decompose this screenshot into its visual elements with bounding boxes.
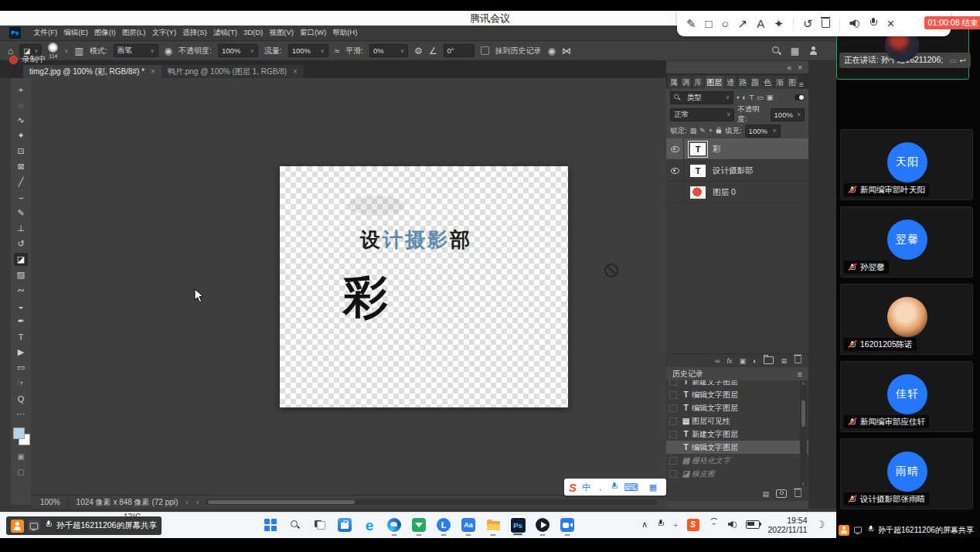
- history-source-checkbox[interactable]: [669, 457, 677, 465]
- zoom-tool[interactable]: Q: [14, 392, 28, 405]
- screen-mode-icon[interactable]: ▢: [14, 465, 28, 479]
- frame-tool[interactable]: ⊠: [14, 160, 28, 173]
- file-explorer-icon[interactable]: [484, 514, 502, 536]
- toggle-brush-panel-icon[interactable]: ▥: [74, 46, 83, 56]
- history-source-checkbox[interactable]: [669, 404, 677, 412]
- history-source-checkbox[interactable]: [669, 417, 677, 425]
- type-tool[interactable]: T: [14, 330, 28, 343]
- filter-type-icon[interactable]: T: [750, 94, 754, 101]
- tab-close-icon[interactable]: ×: [151, 67, 155, 76]
- horizontal-scrollbar[interactable]: [206, 499, 657, 505]
- laser-pointer-icon[interactable]: ✦: [774, 18, 784, 29]
- layer-thumbnail[interactable]: T: [690, 165, 706, 177]
- layer-thumbnail[interactable]: [690, 186, 706, 199]
- canvas-document[interactable]: 设计摄影部 彩: [280, 166, 568, 407]
- opacity-select[interactable]: 100% ∨: [218, 44, 258, 57]
- collapse-panels-icon[interactable]: «: [788, 63, 792, 72]
- history-item[interactable]: ▤ 栅格化文字: [666, 454, 808, 467]
- trash-icon[interactable]: [822, 18, 830, 29]
- fill-select[interactable]: 100% ∨: [745, 124, 781, 138]
- scroll-left-arrow[interactable]: ‹: [196, 498, 199, 506]
- sogou-tray-icon[interactable]: S: [687, 519, 699, 531]
- new-document-from-state-icon[interactable]: ▤: [762, 490, 769, 498]
- layer-row[interactable]: T 设计摄影部: [666, 160, 808, 182]
- angle-field[interactable]: 0°: [444, 44, 475, 57]
- filter-smart-object-icon[interactable]: ▣: [767, 94, 774, 101]
- path-select-tool[interactable]: ▶: [14, 346, 28, 359]
- panel-menu-icon[interactable]: ≡: [799, 80, 808, 89]
- panel-tab[interactable]: 属: [668, 76, 679, 89]
- history-source-checkbox[interactable]: [669, 431, 677, 438]
- tray-mic-icon[interactable]: [656, 518, 665, 532]
- add-mask-icon[interactable]: ▣: [740, 357, 747, 365]
- history-item[interactable]: ▤ 图层可见性: [666, 414, 808, 428]
- screen-share-indicator[interactable]: 孙千超16211206的屏幕共享: [6, 516, 162, 535]
- adjustment-layer-icon[interactable]: ◐: [753, 357, 757, 365]
- tray-ime-tool-icon[interactable]: +: [673, 520, 678, 530]
- history-item[interactable]: T 新建文字图层: [666, 428, 808, 441]
- participant-tile[interactable]: 翌馨 孙翌馨: [840, 206, 973, 278]
- menu-item[interactable]: 选择(S): [179, 28, 210, 38]
- blend-mode-select[interactable]: 正常 ∨: [670, 108, 734, 121]
- history-source-checkbox[interactable]: [669, 470, 677, 478]
- menu-item[interactable]: 图像(I): [91, 28, 119, 38]
- participant-tile[interactable]: 佳轩 新闻编审部应佳轩: [840, 361, 973, 432]
- clock[interactable]: 19:54 2022/11/11: [768, 516, 808, 534]
- scrollbar-thumb[interactable]: [208, 500, 355, 504]
- smoothing-select[interactable]: 0% ∨: [369, 44, 408, 57]
- brush-pressure-icon[interactable]: ◉: [548, 46, 556, 56]
- scroll-down-icon[interactable]: ∨: [801, 481, 805, 486]
- layer-filter-select[interactable]: 类型 ∨: [670, 91, 733, 104]
- clone-stamp-tool[interactable]: ⊥: [14, 222, 28, 235]
- start-button[interactable]: [261, 514, 280, 536]
- toolbox-icon[interactable]: ▦: [649, 483, 657, 492]
- quick-mask-icon[interactable]: ▣: [14, 450, 28, 463]
- filter-shape-icon[interactable]: ▭: [757, 94, 764, 101]
- menu-item[interactable]: 图层(L): [119, 28, 149, 38]
- ellipse-icon[interactable]: ○: [722, 18, 729, 29]
- focus-assist-moon-icon[interactable]: ☽: [816, 519, 825, 530]
- mode-select[interactable]: 画笔 ∨: [114, 44, 158, 57]
- hand-tool[interactable]: ☞: [14, 377, 28, 390]
- speaker-icon[interactable]: [849, 18, 859, 29]
- participant-tile[interactable]: 16201205陈诺: [840, 284, 973, 355]
- more-tools[interactable]: ⋯: [14, 407, 28, 421]
- new-snapshot-camera-icon[interactable]: [776, 489, 787, 499]
- menu-item[interactable]: 3D(D): [240, 28, 266, 38]
- history-menu-icon[interactable]: ≡: [798, 370, 802, 379]
- panel-tab[interactable]: 颜: [750, 76, 761, 89]
- text-annotate-icon[interactable]: A: [757, 18, 764, 29]
- panel-tab[interactable]: 渐: [774, 76, 786, 89]
- sogou-logo-icon[interactable]: S: [569, 481, 577, 494]
- caret-icon[interactable]: ∨: [64, 48, 68, 54]
- layer-visibility-toggle[interactable]: [666, 160, 684, 181]
- toast-minimize-icon[interactable]: ▭: [949, 56, 956, 65]
- layer-visibility-toggle[interactable]: [666, 182, 684, 203]
- toast-back-icon[interactable]: ↩: [960, 56, 966, 65]
- microsoft-store-icon[interactable]: [335, 514, 354, 536]
- panel-tab[interactable]: 调: [680, 76, 692, 89]
- panel-tab[interactable]: 通: [725, 76, 737, 89]
- lock-all-icon[interactable]: [716, 126, 722, 135]
- panel-tab[interactable]: 图: [787, 76, 798, 89]
- filter-adjustment-icon[interactable]: ◐: [742, 94, 746, 101]
- history-scrollbar[interactable]: ∧ ∨: [800, 380, 807, 487]
- undo-icon[interactable]: ↺: [803, 18, 813, 29]
- flow-select[interactable]: 100% ∨: [288, 44, 328, 57]
- close-annotation-icon[interactable]: ×: [886, 17, 894, 30]
- volume-icon[interactable]: [727, 518, 737, 532]
- zoom-level[interactable]: 100%: [40, 498, 60, 506]
- dodge-tool[interactable]: ◒: [14, 299, 28, 312]
- menu-item[interactable]: 视图(V): [266, 28, 297, 38]
- filter-toggle[interactable]: [795, 94, 805, 101]
- tencent-meeting-icon[interactable]: [558, 514, 577, 536]
- panel-tab[interactable]: 色: [762, 76, 774, 89]
- scroll-right-arrow[interactable]: ›: [185, 498, 188, 506]
- meeting-timer-end-button[interactable]: 01:00:08 结束: [924, 16, 980, 29]
- pen-tool[interactable]: ✒: [14, 315, 28, 328]
- eraser-tool[interactable]: ◪: [14, 253, 28, 266]
- new-group-icon[interactable]: [764, 356, 774, 366]
- close-panel-icon[interactable]: ×: [798, 63, 802, 72]
- magic-wand-tool[interactable]: ✦: [14, 129, 28, 142]
- rectangle-icon[interactable]: □: [706, 18, 713, 29]
